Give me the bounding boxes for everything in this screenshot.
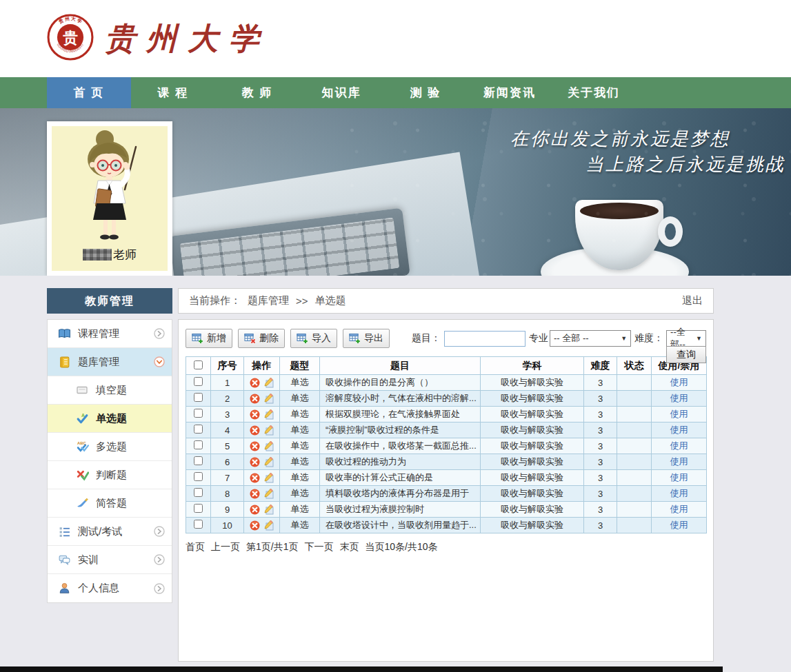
- row-checkbox[interactable]: [194, 393, 203, 402]
- nav-item-home[interactable]: 首 页: [47, 77, 131, 108]
- question-title: 溶解度较小时，气体在液相中的溶解...: [320, 391, 481, 407]
- nav-item-news[interactable]: 新闻资讯: [468, 77, 552, 108]
- pagination-prev[interactable]: 上一页: [211, 541, 240, 553]
- use-toggle-link[interactable]: 使用: [670, 425, 688, 435]
- question-title: 填料吸收塔内的液体再分布器是用于: [320, 486, 481, 502]
- difficulty-select[interactable]: --全部-- ▼: [666, 330, 706, 347]
- edit-icon[interactable]: [263, 472, 274, 483]
- nav-item-teachers[interactable]: 教 师: [215, 77, 299, 108]
- delete-icon[interactable]: [250, 441, 260, 451]
- sidebar-item-single-choice[interactable]: A单选题: [48, 405, 172, 433]
- delete-icon[interactable]: [250, 425, 260, 436]
- row-checkbox[interactable]: [194, 520, 203, 529]
- breadcrumb-section[interactable]: 题库管理: [248, 294, 289, 307]
- add-button[interactable]: 新增: [186, 329, 232, 348]
- sidebar-item-label: 填空题: [96, 384, 127, 397]
- row-checkbox[interactable]: [194, 472, 203, 481]
- row-checkbox[interactable]: [194, 377, 203, 386]
- delete-icon[interactable]: [250, 520, 260, 531]
- row-operations: [244, 518, 280, 533]
- pagination: 首页 上一页 第1页/共1页 下一页 末页 当页10条/共10条: [186, 541, 706, 553]
- edit-icon[interactable]: [263, 425, 274, 436]
- edit-icon[interactable]: [263, 377, 274, 388]
- content-area: 当前操作： 题库管理 >> 单选题 退出 新增删除导入导出 题目： 专业 -- …: [178, 288, 714, 662]
- sidebar-item-true-false[interactable]: 判断题: [48, 461, 172, 489]
- sidebar-item-test-exam[interactable]: 测试/考试: [48, 518, 172, 546]
- use-toggle-link[interactable]: 使用: [670, 472, 688, 482]
- nav-item-about[interactable]: 关于我们: [552, 77, 636, 108]
- edit-icon[interactable]: [263, 393, 274, 404]
- import-button[interactable]: 导入: [290, 329, 337, 348]
- search-button[interactable]: 查询: [666, 346, 706, 363]
- delete-icon[interactable]: [250, 409, 260, 420]
- nav-item-tests[interactable]: 测 验: [383, 77, 468, 108]
- sidebar-item-short-answer[interactable]: 简答题: [48, 489, 172, 518]
- row-checkbox[interactable]: [194, 425, 203, 434]
- use-toggle-link[interactable]: 使用: [670, 456, 688, 467]
- pagination-first[interactable]: 首页: [186, 541, 205, 553]
- row-checkbox[interactable]: [194, 488, 203, 497]
- question-subject: 吸收与解吸实验: [481, 454, 584, 470]
- question-type: 单选: [280, 454, 320, 470]
- row-number: 1: [211, 375, 244, 391]
- sidebar-item-training[interactable]: 实训: [48, 546, 172, 574]
- toolbar-buttons: 新增删除导入导出: [186, 329, 395, 348]
- use-toggle-link[interactable]: 使用: [670, 393, 688, 403]
- column-header: 学科: [481, 357, 584, 375]
- banner-quote: 在你出发之前永远是梦想 当上路之后永远是挑战: [510, 126, 785, 177]
- edit-icon[interactable]: [263, 440, 274, 451]
- edit-icon[interactable]: [263, 456, 274, 467]
- row-checkbox[interactable]: [194, 456, 203, 465]
- delete-icon[interactable]: [250, 489, 260, 499]
- question-type: 单选: [280, 407, 320, 422]
- delete-icon[interactable]: [250, 457, 260, 467]
- title-search-input[interactable]: [444, 331, 525, 347]
- row-number: 5: [211, 438, 244, 454]
- sidebar-item-course-management[interactable]: 课程管理: [48, 320, 172, 348]
- table-add-icon: [192, 333, 203, 344]
- pagination-last[interactable]: 末页: [339, 541, 359, 553]
- teacher-avatar-card: 老师: [47, 121, 172, 276]
- export-button[interactable]: 导出: [343, 329, 390, 348]
- question-difficulty: 3: [584, 518, 617, 533]
- delete-icon[interactable]: [250, 394, 260, 404]
- use-toggle-link[interactable]: 使用: [670, 520, 688, 530]
- edit-icon[interactable]: [263, 409, 274, 420]
- select-all-checkbox[interactable]: [194, 360, 203, 369]
- delete-icon[interactable]: [250, 505, 260, 515]
- question-row: 4单选“液膜控制”吸收过程的条件是吸收与解吸实验3使用: [186, 422, 707, 438]
- edit-icon[interactable]: [263, 488, 274, 499]
- row-checkbox[interactable]: [194, 440, 203, 449]
- edit-icon[interactable]: [263, 520, 274, 531]
- use-toggle-link[interactable]: 使用: [670, 440, 688, 451]
- use-toggle-link[interactable]: 使用: [670, 488, 688, 498]
- edit-icon[interactable]: [263, 504, 274, 515]
- column-header: 操作: [244, 357, 280, 375]
- sidebar-item-personal-info[interactable]: 个人信息: [48, 574, 172, 602]
- delete-icon[interactable]: [250, 473, 260, 483]
- delete-icon[interactable]: [250, 378, 260, 388]
- row-checkbox[interactable]: [194, 504, 203, 513]
- sidebar-item-multi-choice[interactable]: ABC多选题: [48, 433, 172, 461]
- use-toggle-link[interactable]: 使用: [670, 504, 688, 514]
- column-header: 题型: [280, 357, 320, 375]
- pagination-next[interactable]: 下一页: [304, 541, 333, 553]
- question-difficulty: 3: [584, 486, 617, 502]
- logout-button[interactable]: 退出: [682, 294, 703, 307]
- breadcrumb-current[interactable]: 单选题: [315, 294, 346, 307]
- nav-item-courses[interactable]: 课 程: [131, 77, 215, 108]
- question-difficulty: 3: [584, 454, 617, 470]
- nav-item-knowledge-base[interactable]: 知识库: [299, 77, 383, 108]
- person-icon: [57, 582, 71, 595]
- delete-button[interactable]: 删除: [238, 329, 285, 348]
- university-seal-logo: 贵 贵 州 大 学 GUIZHOU UNIVERSITY: [47, 14, 94, 63]
- single-check-icon: A: [75, 411, 89, 425]
- sidebar-item-question-bank[interactable]: 题库管理: [48, 348, 172, 376]
- question-type: 单选: [280, 375, 320, 391]
- use-toggle-link[interactable]: 使用: [670, 377, 688, 387]
- row-checkbox[interactable]: [194, 409, 203, 418]
- major-select[interactable]: -- 全部 -- ▼: [550, 330, 631, 347]
- breadcrumb: 当前操作： 题库管理 >> 单选题 退出: [178, 288, 714, 314]
- use-toggle-link[interactable]: 使用: [670, 409, 688, 419]
- sidebar-item-fill-blank[interactable]: 填空题: [48, 376, 172, 405]
